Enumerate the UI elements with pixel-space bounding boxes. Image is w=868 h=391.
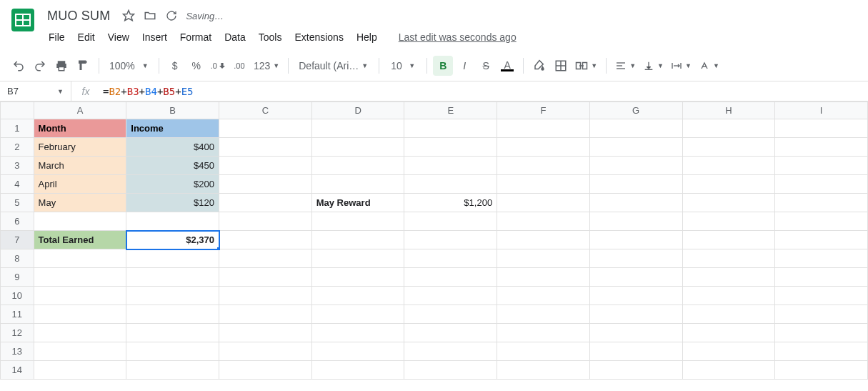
- cell-A13[interactable]: [34, 342, 126, 361]
- cell-G12[interactable]: [589, 324, 682, 342]
- cell-D10[interactable]: [311, 287, 404, 305]
- cell-H11[interactable]: [682, 305, 775, 324]
- cell-B14[interactable]: [126, 361, 219, 380]
- cell-G5[interactable]: [589, 194, 682, 212]
- cell-F14[interactable]: [497, 361, 590, 380]
- fill-handle[interactable]: [216, 247, 219, 249]
- row-header-7[interactable]: 7: [1, 231, 34, 249]
- cell-E4[interactable]: [404, 175, 497, 194]
- merge-cells-button[interactable]: ▼: [572, 56, 600, 76]
- cell-F4[interactable]: [497, 175, 590, 194]
- cell-A1[interactable]: Month: [34, 119, 126, 138]
- cell-I14[interactable]: [775, 361, 868, 380]
- col-header-B[interactable]: B: [126, 102, 219, 119]
- borders-button[interactable]: [551, 56, 571, 76]
- cell-I2[interactable]: [775, 138, 868, 157]
- cell-G10[interactable]: [589, 287, 682, 305]
- increase-decimal-button[interactable]: .00: [229, 56, 249, 76]
- cell-H9[interactable]: [682, 268, 775, 287]
- select-all-corner[interactable]: [1, 102, 34, 119]
- cell-E3[interactable]: [404, 157, 497, 175]
- menu-file[interactable]: File: [43, 29, 71, 46]
- cell-F5[interactable]: [497, 194, 590, 212]
- horizontal-align-button[interactable]: ▼: [612, 56, 639, 76]
- cell-C6[interactable]: [219, 212, 312, 231]
- menu-tools[interactable]: Tools: [253, 29, 288, 46]
- cell-I5[interactable]: [775, 194, 868, 212]
- cell-A7[interactable]: Total Earned: [34, 231, 126, 249]
- menu-data[interactable]: Data: [219, 29, 251, 46]
- cell-B3[interactable]: $450: [126, 157, 219, 175]
- cell-F10[interactable]: [497, 287, 590, 305]
- cell-H4[interactable]: [682, 175, 775, 194]
- row-header-10[interactable]: 10: [1, 287, 34, 305]
- cell-A10[interactable]: [34, 287, 126, 305]
- name-box[interactable]: B7▼: [0, 81, 71, 101]
- cell-F2[interactable]: [497, 138, 590, 157]
- cell-C13[interactable]: [219, 342, 312, 361]
- font-size-select[interactable]: 10▼: [385, 60, 421, 71]
- cell-E1[interactable]: [404, 119, 497, 138]
- format-currency-button[interactable]: $: [165, 56, 185, 76]
- cell-B8[interactable]: [126, 249, 219, 268]
- cell-B10[interactable]: [126, 287, 219, 305]
- cell-F12[interactable]: [497, 324, 590, 342]
- cell-E7[interactable]: [404, 231, 497, 249]
- cell-E10[interactable]: [404, 287, 497, 305]
- col-header-D[interactable]: D: [311, 102, 404, 119]
- cell-A6[interactable]: [34, 212, 126, 231]
- italic-button[interactable]: I: [454, 56, 474, 76]
- cell-G11[interactable]: [589, 305, 682, 324]
- cell-F13[interactable]: [497, 342, 590, 361]
- text-rotation-button[interactable]: ▼: [696, 56, 722, 76]
- cell-G3[interactable]: [589, 157, 682, 175]
- cell-D9[interactable]: [311, 268, 404, 287]
- cell-D11[interactable]: [311, 305, 404, 324]
- row-header-12[interactable]: 12: [1, 324, 34, 342]
- row-header-2[interactable]: 2: [1, 138, 34, 157]
- row-header-8[interactable]: 8: [1, 249, 34, 268]
- cell-I11[interactable]: [775, 305, 868, 324]
- cell-C5[interactable]: [219, 194, 312, 212]
- cell-I9[interactable]: [775, 268, 868, 287]
- cell-A5[interactable]: May: [34, 194, 126, 212]
- cell-G13[interactable]: [589, 342, 682, 361]
- cell-C1[interactable]: [219, 119, 312, 138]
- cell-F9[interactable]: [497, 268, 590, 287]
- cell-G8[interactable]: [589, 249, 682, 268]
- strikethrough-button[interactable]: S: [476, 56, 496, 76]
- row-header-1[interactable]: 1: [1, 119, 34, 138]
- cell-F11[interactable]: [497, 305, 590, 324]
- cell-D3[interactable]: [311, 157, 404, 175]
- cell-B12[interactable]: [126, 324, 219, 342]
- cell-C8[interactable]: [219, 249, 312, 268]
- cell-E13[interactable]: [404, 342, 497, 361]
- vertical-align-button[interactable]: ▼: [640, 56, 667, 76]
- cell-E6[interactable]: [404, 212, 497, 231]
- menu-view[interactable]: View: [102, 29, 135, 46]
- col-header-C[interactable]: C: [219, 102, 312, 119]
- cell-C9[interactable]: [219, 268, 312, 287]
- cell-I6[interactable]: [775, 212, 868, 231]
- spreadsheet-grid[interactable]: A B C D E F G H I 1 Month Income 2 Febru…: [0, 102, 868, 380]
- format-percent-button[interactable]: %: [186, 56, 206, 76]
- cell-I3[interactable]: [775, 157, 868, 175]
- cell-H12[interactable]: [682, 324, 775, 342]
- cell-C7[interactable]: [219, 231, 312, 249]
- cell-B7[interactable]: $2,370: [126, 231, 219, 249]
- col-header-I[interactable]: I: [775, 102, 868, 119]
- cell-A3[interactable]: March: [34, 157, 126, 175]
- cell-H3[interactable]: [682, 157, 775, 175]
- row-header-13[interactable]: 13: [1, 342, 34, 361]
- row-header-9[interactable]: 9: [1, 268, 34, 287]
- decrease-decimal-button[interactable]: .0: [208, 56, 228, 76]
- cell-G7[interactable]: [589, 231, 682, 249]
- cell-A2[interactable]: February: [34, 138, 126, 157]
- cell-B5[interactable]: $120: [126, 194, 219, 212]
- cell-D7[interactable]: [311, 231, 404, 249]
- cell-F7[interactable]: [497, 231, 590, 249]
- row-header-5[interactable]: 5: [1, 194, 34, 212]
- cell-E5[interactable]: $1,200: [404, 194, 497, 212]
- cell-E11[interactable]: [404, 305, 497, 324]
- cell-E9[interactable]: [404, 268, 497, 287]
